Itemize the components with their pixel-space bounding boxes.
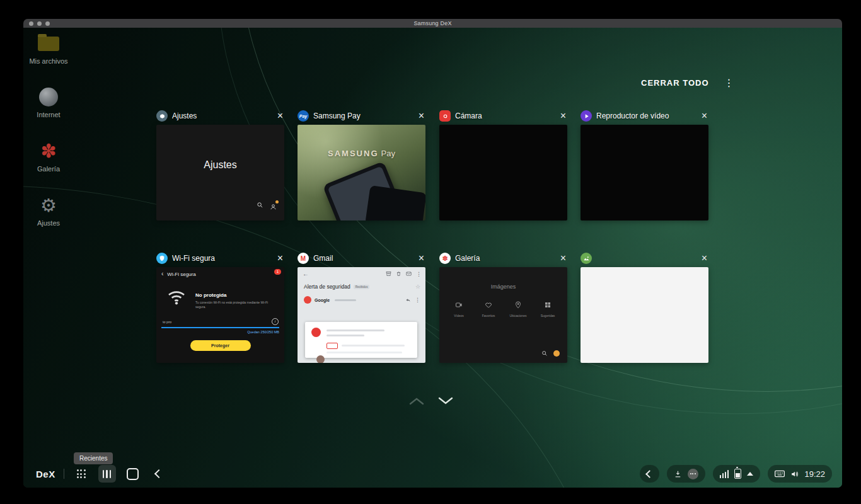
recents-button[interactable] [98, 465, 116, 483]
grid-icon [544, 301, 552, 309]
dex-logo[interactable]: DeX [36, 469, 55, 479]
status-tray[interactable] [713, 465, 761, 483]
recent-card-samsung-pay[interactable]: Pay Samsung Pay × SAMSUNGPay [298, 108, 425, 220]
recent-card-untitled[interactable]: × [581, 250, 708, 363]
taskbar-divider [64, 469, 64, 479]
settings-preview[interactable]: Ajustes [156, 125, 284, 220]
scroll-down-chevron-icon[interactable] [438, 397, 453, 405]
wifi-description: Tu conexión Wi-Fi no está protegida medi… [195, 301, 279, 309]
settings-preview-title: Ajustes [156, 159, 284, 171]
apps-button[interactable] [72, 465, 90, 483]
settings-app-icon [156, 110, 168, 122]
window-zoom-button[interactable] [45, 21, 50, 26]
card-title: Cámara [455, 112, 555, 120]
more-options-icon: ⋮ [415, 297, 420, 303]
samsung-pay-app-icon: Pay [298, 110, 309, 122]
close-icon[interactable]: × [417, 111, 425, 121]
recent-card-camara[interactable]: Cámara × [439, 108, 567, 220]
skeleton-line [326, 329, 384, 331]
recent-card-galeria[interactable]: ✽ Galería × Imágenes Vídeos Favoritos [439, 250, 567, 363]
more-options-icon[interactable]: ⋮ [724, 77, 734, 89]
window-controls[interactable] [29, 21, 50, 26]
close-icon[interactable]: × [700, 111, 708, 121]
close-icon[interactable]: × [700, 253, 708, 263]
gallery-preview[interactable]: Imágenes Vídeos Favoritos Ubicaciones [439, 267, 567, 363]
avatar [311, 328, 321, 337]
samsung-pay-brand: SAMSUNGPay [298, 147, 425, 159]
volume-icon[interactable] [790, 470, 799, 478]
protect-button: Proteger [190, 340, 251, 351]
capture-icon[interactable] [674, 470, 682, 478]
system-tray: 19:22 [768, 465, 832, 483]
sender-meta-line [335, 299, 356, 301]
archive-icon [386, 271, 391, 277]
more-tools-button[interactable] [688, 469, 698, 479]
signal-strength-icon [720, 470, 729, 478]
samsung-pay-preview[interactable]: SAMSUNGPay [298, 125, 425, 220]
avatar [316, 355, 325, 363]
info-icon: i [272, 318, 279, 325]
wifi-status: No protegida [195, 292, 226, 298]
skeleton-line [326, 352, 402, 353]
back-chevron-icon [154, 469, 163, 478]
collapse-tray-button[interactable] [640, 465, 659, 483]
dex-desktop[interactable]: Mis archivos Internet ✽ Galería ⚙ Ajuste… [23, 28, 842, 488]
recent-card-reproductor[interactable]: Reproductor de vídeo × [581, 108, 708, 220]
video-icon [455, 301, 463, 309]
recent-card-gmail[interactable]: M Gmail × ← ⋮ Alerta de seguridad Recibi [298, 250, 425, 363]
blank-preview[interactable] [581, 267, 708, 363]
delete-icon [396, 271, 402, 277]
video-player-preview[interactable] [581, 125, 708, 220]
camera-preview[interactable] [439, 125, 567, 220]
search-icon [541, 350, 548, 357]
gallery-category-sugeridas: Sugeridas [535, 300, 561, 318]
heart-icon [485, 301, 492, 309]
scroll-up-chevron-icon[interactable] [409, 397, 424, 405]
wifi-icon [165, 287, 188, 310]
gmail-preview[interactable]: ← ⋮ Alerta de seguridad Recibidos ☆ Goog [298, 267, 425, 363]
mail-icon [406, 271, 412, 277]
video-player-app-icon [581, 110, 592, 122]
card-title: Wi-Fi segura [172, 254, 272, 263]
close-icon[interactable]: × [417, 253, 425, 263]
window-close-button[interactable] [29, 21, 33, 26]
close-icon[interactable]: × [559, 253, 567, 263]
battery-icon [734, 469, 741, 479]
window-titlebar[interactable]: Samsung DeX [23, 19, 842, 28]
close-icon[interactable]: × [559, 111, 567, 121]
apps-grid-icon [77, 469, 86, 478]
window-title: Samsung DeX [413, 20, 451, 26]
skeleton-line [326, 335, 364, 336]
window-minimize-button[interactable] [37, 21, 42, 26]
home-button[interactable] [124, 465, 142, 483]
close-icon[interactable]: × [276, 111, 284, 121]
recent-card-wifi-segura[interactable]: Wi-Fi segura × ‹ Wi-Fi segura 1 No prote… [156, 250, 284, 363]
input-underline [161, 327, 279, 328]
recents-icon [103, 470, 112, 478]
more-options-icon: ⋮ [416, 271, 422, 277]
email-body-card [305, 322, 417, 358]
wifi-input-text: to pro [163, 320, 171, 324]
samsung-dex-window: Samsung DeX Mis archivos Internet ✽ Gale… [23, 19, 842, 488]
card-title: Ajustes [172, 112, 272, 120]
profile-badge-icon [553, 350, 560, 357]
recents-dim-overlay [23, 28, 842, 488]
clock[interactable]: 19:22 [804, 469, 825, 479]
notification-badge: 1 [274, 269, 281, 275]
photos-app-icon [581, 253, 592, 264]
email-subject: Alerta de seguridad [304, 284, 350, 290]
location-pin-icon [514, 301, 522, 309]
gallery-category-ubicaciones: Ubicaciones [505, 300, 531, 318]
card-title: Galería [455, 254, 555, 263]
reply-icon [405, 297, 411, 303]
close-icon[interactable]: × [276, 253, 284, 263]
recent-card-ajustes[interactable]: Ajustes × Ajustes [156, 108, 284, 220]
back-icon: ‹ [161, 271, 163, 277]
back-button[interactable] [150, 465, 168, 483]
card-title: Reproductor de vídeo [596, 112, 696, 120]
secure-wifi-preview[interactable]: ‹ Wi-Fi segura 1 No protegida Tu conexió… [156, 267, 284, 363]
sender-name: Google [315, 298, 330, 302]
keyboard-icon[interactable] [775, 470, 785, 478]
close-all-button[interactable]: CERRAR TODO [641, 78, 709, 88]
search-icon [257, 202, 263, 209]
